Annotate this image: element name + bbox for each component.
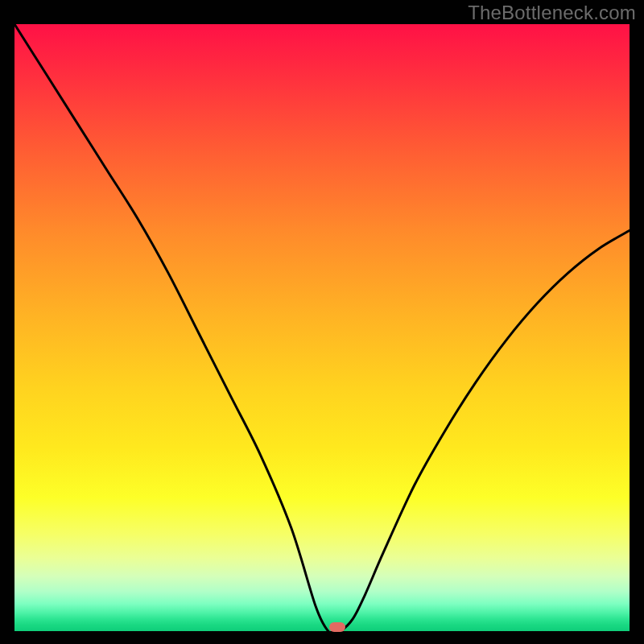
watermark-text: TheBottleneck.com (468, 2, 636, 24)
plot-area (14, 24, 630, 631)
bottleneck-curve (14, 24, 630, 631)
minimum-marker (329, 622, 345, 632)
chart-frame: TheBottleneck.com (0, 0, 644, 644)
